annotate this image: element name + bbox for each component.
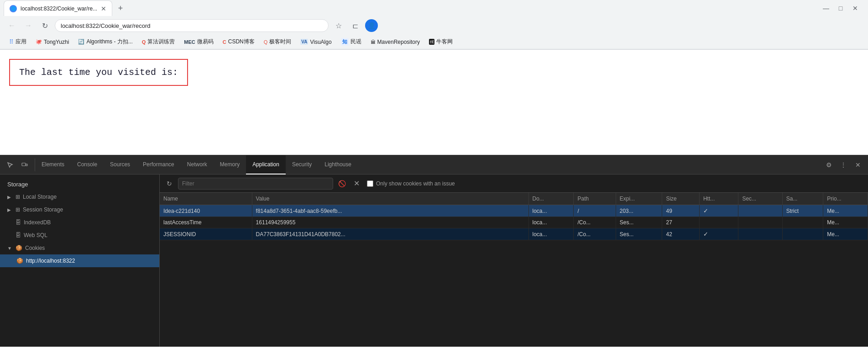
local-storage-arrow-icon: ▶	[7, 195, 13, 200]
bookmark-maven[interactable]: 🏛 MavenRepository	[367, 37, 424, 48]
local-storage-label: Local Storage	[23, 194, 57, 200]
bookmark-suanfa[interactable]: Q 算法训练营	[138, 37, 179, 48]
bookmark-maven-label: MavenRepository	[377, 39, 420, 45]
maximize-button[interactable]: □	[835, 3, 846, 14]
active-tab[interactable]: 🌐 localhost:8322/Cookie_war/re... ✕	[4, 0, 112, 16]
cell-httponly	[699, 217, 738, 228]
tab-close-button[interactable]: ✕	[101, 5, 106, 12]
bookmark-mec[interactable]: MEC 微易码	[180, 37, 217, 48]
col-expires[interactable]: Expi...	[616, 193, 662, 205]
sidebar-item-session-storage[interactable]: ▶ ⊞ Session Storage	[0, 203, 159, 216]
sidebar-item-cookies[interactable]: ▼ 🍪 Cookies	[0, 242, 159, 254]
col-priority[interactable]: Prio...	[823, 193, 868, 205]
back-button[interactable]: ←	[5, 19, 18, 32]
minyao-icon: 知	[341, 38, 349, 46]
bookmark-visusalgo[interactable]: VA VisuAlgo	[297, 37, 335, 48]
sidebar-item-web-sql[interactable]: ▶ 🗄 Web SQL	[0, 229, 159, 242]
cell-domain: loca...	[528, 217, 574, 228]
more-options-icon[interactable]: ⋮	[837, 159, 850, 171]
forward-button[interactable]: →	[22, 19, 35, 32]
bookmark-minyao[interactable]: 知 民谣	[337, 37, 365, 48]
tab-bar: 🌐 localhost:8322/Cookie_war/re... ✕ + — …	[0, 0, 868, 16]
url-bar[interactable]: localhost:8322/Cookie_war/record	[55, 19, 329, 32]
tab-memory[interactable]: Memory	[214, 155, 246, 174]
tab-performance[interactable]: Performance	[136, 155, 181, 174]
tab-application[interactable]: Application	[246, 155, 286, 174]
filter-bar: ↻ 🚫 ✕ Only show cookies with an issue	[160, 174, 868, 193]
session-storage-arrow-icon: ▶	[7, 207, 13, 212]
bookmark-apps[interactable]: ⠿ 应用	[5, 37, 30, 48]
minimize-button[interactable]: —	[821, 3, 831, 14]
tab-console[interactable]: Console	[71, 155, 104, 174]
settings-gear-icon[interactable]: ⚙	[822, 159, 835, 171]
filter-cancel-icon[interactable]: ✕	[350, 178, 362, 190]
apps-grid-icon: ⠿	[9, 38, 14, 45]
cookies-label: Cookies	[25, 245, 45, 251]
col-value[interactable]: Value	[252, 193, 528, 205]
cell-httponly: ✓	[699, 205, 738, 217]
websql-label: Web SQL	[24, 232, 47, 238]
close-button[interactable]: ✕	[850, 3, 861, 14]
col-httponly[interactable]: Htt...	[699, 193, 738, 205]
indexeddb-label: IndexedDB	[24, 219, 51, 226]
csdn-icon: C	[223, 39, 226, 45]
bookmark-suanfa-label: 算法训练营	[147, 38, 175, 46]
profile-icon[interactable]: 👤	[365, 19, 378, 32]
refresh-cookies-button[interactable]: ↻	[163, 178, 175, 190]
cell-secure	[738, 228, 782, 240]
bookmark-star-icon[interactable]: ☆	[332, 19, 345, 32]
col-size[interactable]: Size	[662, 193, 699, 205]
tab-sources[interactable]: Sources	[104, 155, 136, 174]
bookmark-niuke[interactable]: nt 牛客网	[425, 37, 456, 48]
sidebar-item-local-storage[interactable]: ▶ ⊞ Local Storage	[0, 190, 159, 203]
device-toggle-icon[interactable]	[18, 159, 31, 171]
sidebar-item-cookies-localhost[interactable]: 🍪 http://localhost:8322	[0, 254, 159, 267]
cookies-arrow-icon: ▼	[7, 246, 13, 251]
cell-domain: loca...	[528, 228, 574, 240]
content-box: The last time you visited is:	[9, 59, 188, 86]
col-path[interactable]: Path	[574, 193, 616, 205]
cell-value: DA77C3863F14131D41A0DB7802...	[252, 228, 528, 240]
col-samesite[interactable]: Sa...	[782, 193, 823, 205]
cell-size: 42	[662, 228, 699, 240]
bookmark-apps-label: 应用	[16, 38, 26, 46]
table-row[interactable]: JSESSIONID DA77C3863F14131D41A0DB7802...…	[160, 228, 868, 240]
close-devtools-icon[interactable]: ✕	[852, 159, 864, 171]
send-tab-icon[interactable]: ⊏	[349, 19, 361, 32]
devtools-panel: Elements Console Sources Performance Net…	[0, 155, 868, 347]
websql-db-icon: 🗄	[16, 232, 21, 238]
col-domain[interactable]: Do...	[528, 193, 574, 205]
cell-priority: Me...	[823, 228, 868, 240]
jike-icon: Q	[264, 39, 268, 45]
col-name[interactable]: Name	[160, 193, 252, 205]
filter-input[interactable]	[178, 178, 333, 190]
new-tab-button[interactable]: +	[114, 2, 127, 15]
sidebar-item-indexeddb[interactable]: ▶ 🗄 IndexedDB	[0, 216, 159, 229]
filter-block-icon[interactable]: 🚫	[336, 178, 348, 190]
bookmark-csdn[interactable]: C CSDN博客	[219, 37, 258, 48]
bookmark-mec-label: 微易码	[197, 38, 214, 46]
issue-filter-checkbox[interactable]	[367, 180, 373, 187]
cookies-issue-filter[interactable]: Only show cookies with an issue	[367, 180, 455, 187]
bookmark-minyao-label: 民谣	[350, 38, 361, 46]
cell-path: /	[574, 205, 616, 217]
bookmark-algorithms[interactable]: 🔄 Algorithms - 力扣...	[74, 37, 136, 48]
tab-network[interactable]: Network	[181, 155, 214, 174]
suanfa-icon: Q	[142, 39, 146, 45]
devtools-main: ↻ 🚫 ✕ Only show cookies with an issue Na…	[160, 174, 868, 347]
cell-path: /Co...	[574, 228, 616, 240]
reload-button[interactable]: ↻	[38, 19, 51, 32]
cell-name: JSESSIONID	[160, 228, 252, 240]
bookmark-jike[interactable]: Q 极客时间	[260, 37, 295, 48]
tab-lighthouse[interactable]: Lighthouse	[318, 155, 358, 174]
bookmark-tongyuzhi[interactable]: 🐙 TongYuzhi	[32, 37, 73, 48]
algorithms-icon: 🔄	[78, 39, 84, 45]
col-secure[interactable]: Sec...	[738, 193, 782, 205]
inspect-element-icon[interactable]	[4, 159, 16, 171]
cell-value: f814a8d7-3651-4abf-aac8-59eefb...	[252, 205, 528, 217]
table-row[interactable]: lastAccessTime 1611494259955 loca... /Co…	[160, 217, 868, 228]
tab-security[interactable]: Security	[286, 155, 318, 174]
table-row[interactable]: Idea-c221d140 f814a8d7-3651-4abf-aac8-59…	[160, 205, 868, 217]
window-controls: — □ ✕	[821, 3, 864, 14]
tab-elements[interactable]: Elements	[35, 155, 71, 174]
